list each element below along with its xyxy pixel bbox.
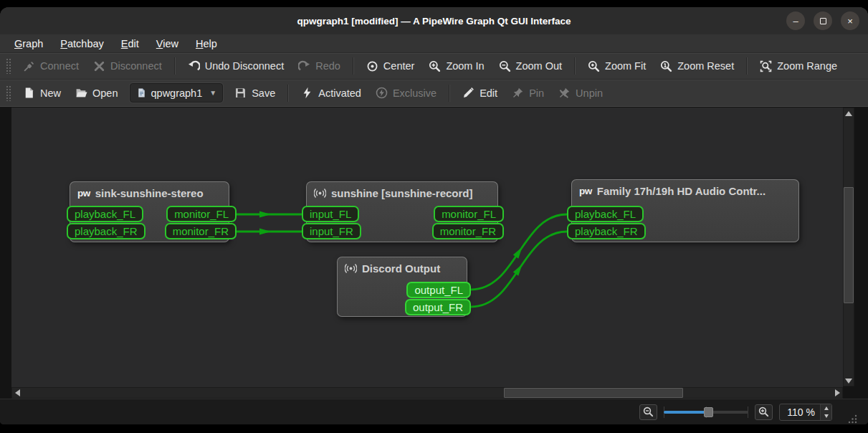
pushpin-icon	[512, 87, 524, 99]
zoom-in-button[interactable]: Zoom In	[421, 57, 491, 76]
menu-patchbay[interactable]: Patchbay	[53, 37, 110, 50]
redo-label: Redo	[315, 60, 340, 72]
zoom-percent-value: 110 %	[780, 406, 820, 418]
zoom-fit-button[interactable]: Zoom Fit	[581, 57, 653, 76]
maximize-button[interactable]	[814, 11, 832, 30]
menu-graph[interactable]: Graph	[7, 37, 50, 50]
open-button[interactable]: Open	[68, 83, 125, 103]
connect-button[interactable]: Connect	[16, 57, 86, 76]
statusbar: 110 %	[0, 399, 868, 424]
connection-arrow	[259, 211, 271, 218]
pencil-icon	[462, 87, 474, 99]
lightning-bolt-icon	[301, 87, 313, 99]
connect-label: Connect	[40, 60, 79, 72]
exclusive-toggle[interactable]: Exclusive	[368, 83, 444, 103]
edit-button[interactable]: Edit	[455, 83, 505, 103]
window-title: qpwgraph1 [modified] — A PipeWire Graph …	[297, 16, 571, 27]
toolbar-drag-handle[interactable]	[6, 58, 11, 74]
menu-view[interactable]: View	[149, 37, 186, 50]
toolbar-separator	[287, 85, 289, 102]
scroll-right-button[interactable]	[832, 388, 842, 398]
port-monitor-fl[interactable]: monitor_FL	[434, 206, 504, 222]
connections-layer	[11, 108, 843, 387]
graph-canvas[interactable]: pw sink-sunshine-stereo playback_FL play…	[11, 108, 843, 387]
center-button[interactable]: Center	[359, 57, 422, 76]
port-monitor-fr[interactable]: monitor_FR	[432, 223, 504, 239]
window-controls: – ×	[786, 11, 859, 30]
node-header: pw sink-sunshine-stereo	[70, 182, 229, 199]
patchbay-select[interactable]: qpwgraph1 ▼	[130, 83, 224, 103]
titlebar[interactable]: qpwgraph1 [modified] — A PipeWire Graph …	[0, 7, 868, 34]
zoom-out-label: Zoom Out	[516, 60, 562, 72]
pipewire-icon: pw	[579, 186, 592, 196]
arrow-left-icon	[15, 389, 20, 396]
chevron-down-icon: ▼	[209, 89, 216, 97]
menu-edit[interactable]: Edit	[114, 37, 146, 50]
zoom-reset-button[interactable]: Zoom Reset	[653, 57, 741, 76]
port-monitor-fr[interactable]: monitor_FR	[165, 223, 237, 239]
statusbar-zoom-out-button[interactable]	[639, 404, 657, 420]
activated-toggle[interactable]: Activated	[294, 83, 368, 103]
menubar: Graph Patchbay Edit View Help	[0, 34, 868, 52]
scroll-up-button[interactable]	[844, 108, 854, 118]
new-file-icon	[23, 87, 35, 99]
pin-label: Pin	[529, 87, 544, 99]
menu-help[interactable]: Help	[189, 37, 224, 50]
activated-label: Activated	[318, 87, 361, 99]
port-monitor-fl[interactable]: monitor_FL	[166, 206, 237, 222]
zoom-reset-icon	[660, 60, 672, 72]
redo-button[interactable]: Redo	[291, 57, 348, 76]
scroll-left-button[interactable]	[12, 388, 22, 398]
resize-grip[interactable]	[846, 413, 858, 424]
disconnect-icon	[93, 60, 105, 72]
toolbar-separator	[746, 57, 748, 75]
scroll-down-button[interactable]	[844, 376, 854, 386]
port-playback-fr[interactable]: playback_FR	[567, 223, 646, 239]
unpin-button[interactable]: Unpin	[551, 83, 610, 103]
new-button[interactable]: New	[16, 83, 68, 103]
arrow-down-icon	[824, 414, 829, 418]
toolbar-separator	[449, 85, 450, 102]
port-input-fr[interactable]: input_FR	[302, 223, 361, 239]
close-button[interactable]: ×	[841, 11, 859, 30]
port-output-fr[interactable]: output_FR	[405, 299, 471, 315]
zoom-in-icon	[429, 60, 441, 72]
toolbar-separator	[353, 57, 354, 75]
zoom-out-button[interactable]: Zoom Out	[492, 57, 569, 76]
vertical-scrollbar[interactable]	[843, 108, 854, 386]
port-playback-fr[interactable]: playback_FR	[67, 223, 146, 239]
new-label: New	[40, 87, 61, 99]
horizontal-scroll-thumb[interactable]	[504, 388, 683, 398]
disconnect-button[interactable]: Disconnect	[86, 57, 169, 76]
pin-button[interactable]: Pin	[505, 83, 551, 103]
port-playback-fl[interactable]: playback_FL	[567, 206, 644, 222]
undo-disconnect-button[interactable]: Undo Disconnect	[181, 57, 291, 76]
zoom-range-button[interactable]: Zoom Range	[753, 57, 844, 76]
spin-up-button[interactable]	[821, 404, 831, 412]
slider-fill	[664, 411, 707, 414]
node-header: pw Family 17h/19h HD Audio Contr...	[572, 180, 798, 197]
vertical-scroll-thumb[interactable]	[844, 187, 854, 303]
horizontal-scrollbar[interactable]	[11, 387, 843, 399]
toolbar-drag-handle[interactable]	[6, 85, 11, 101]
toolbar-separator	[174, 57, 176, 75]
save-button[interactable]: Save	[227, 83, 282, 103]
minimize-button[interactable]: –	[786, 11, 805, 30]
slider-handle[interactable]	[704, 407, 713, 417]
zoom-slider[interactable]	[664, 405, 748, 419]
statusbar-zoom-in-button[interactable]	[755, 404, 773, 420]
spin-down-button[interactable]	[821, 412, 831, 420]
connection-arrow	[259, 229, 271, 235]
port-output-fl[interactable]: output_FL	[406, 282, 471, 298]
spinbox-steppers	[820, 404, 831, 420]
node-title: sunshine [sunshine-record]	[331, 187, 473, 199]
port-input-fl[interactable]: input_FL	[302, 206, 359, 222]
zoom-in-label: Zoom In	[446, 60, 484, 72]
port-playback-fl[interactable]: playback_FL	[67, 206, 143, 222]
close-icon: ×	[847, 16, 853, 26]
arrow-right-icon	[835, 389, 840, 396]
zoom-percent-spinbox[interactable]: 110 %	[779, 404, 832, 421]
arrow-up-icon	[824, 406, 829, 410]
maximize-icon	[820, 18, 826, 24]
app-window: qpwgraph1 [modified] — A PipeWire Graph …	[0, 7, 868, 424]
